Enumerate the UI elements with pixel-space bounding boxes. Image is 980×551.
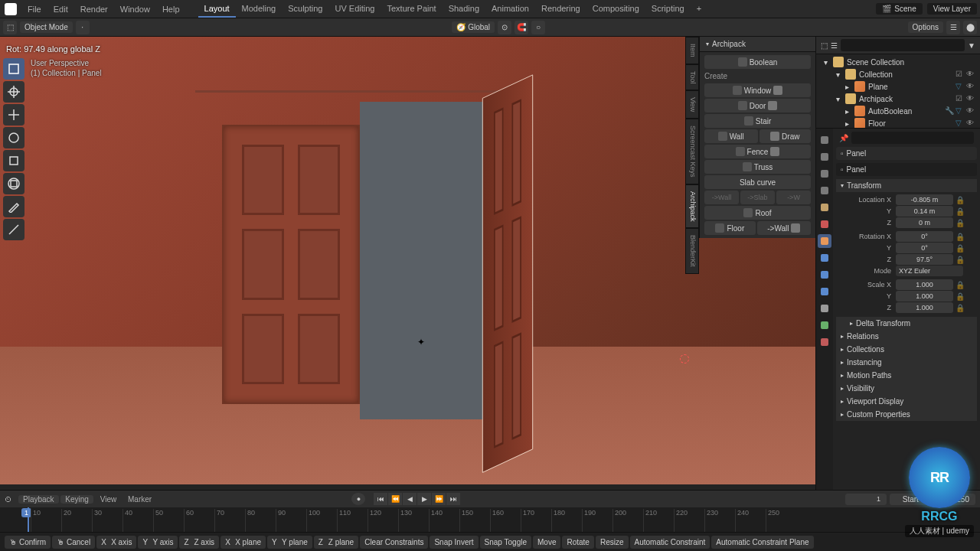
ptab-object[interactable]: [818, 234, 831, 248]
timeline-view[interactable]: View: [96, 495, 122, 504]
options-dropdown[interactable]: Options: [908, 21, 943, 33]
tab-rendering[interactable]: Rendering: [535, 1, 586, 18]
keyframe-dot[interactable]: [966, 233, 974, 240]
lock-icon[interactable]: 🔒: [956, 281, 963, 289]
play-btn[interactable]: ▶: [417, 493, 431, 505]
tab-shading[interactable]: Shading: [443, 1, 485, 18]
current-frame-field[interactable]: 1: [845, 494, 887, 505]
properties-search[interactable]: [851, 132, 974, 144]
ptab-material[interactable]: [818, 335, 831, 349]
archipack-slab-curve-btn[interactable]: Slab curve: [704, 175, 811, 189]
scale-x-field[interactable]: 1.000: [896, 279, 953, 290]
lock-icon[interactable]: 🔒: [956, 219, 963, 227]
eye-icon[interactable]: 👁: [966, 94, 975, 103]
lock-icon[interactable]: 🔒: [956, 244, 963, 252]
rotation-z-field[interactable]: 97.5°: [896, 254, 953, 265]
outliner-autoboolean[interactable]: ▸AutoBoolean🔧▽👁: [816, 105, 980, 117]
tool-measure[interactable]: [3, 219, 24, 240]
location-y-field[interactable]: 0.14 m: [896, 206, 953, 217]
location-z-field[interactable]: 0 m: [896, 217, 953, 228]
display-mode-icon[interactable]: ☰: [831, 41, 838, 50]
tool-transform[interactable]: [3, 173, 24, 194]
sec-delta[interactable]: Delta Transform: [836, 317, 977, 330]
archipack-roof-btn[interactable]: Roof: [704, 206, 811, 220]
props-breadcrumb[interactable]: ▫Panel: [836, 147, 977, 160]
vtab-archipack[interactable]: Archipack: [685, 184, 699, 229]
vtab-tool[interactable]: Tool: [685, 64, 699, 91]
outliner-search[interactable]: [841, 39, 965, 51]
rotation-mode-dropdown[interactable]: XYZ Euler: [896, 266, 963, 276]
menu-edit[interactable]: Edit: [47, 2, 74, 17]
keyframe-dot[interactable]: [966, 281, 974, 289]
editor-dropdown[interactable]: ⬚: [3, 21, 17, 34]
eye-icon[interactable]: 👁: [966, 70, 975, 79]
tool-select-box[interactable]: [3, 58, 24, 80]
pivot-point[interactable]: ⊙: [498, 21, 511, 34]
mesh-data-icon[interactable]: ▽: [956, 106, 965, 116]
keyframe-next-btn[interactable]: ⏩: [432, 493, 446, 505]
archipack-fence-btn[interactable]: Fence: [704, 145, 811, 158]
archipack-header[interactable]: Archipack: [700, 37, 815, 52]
location-x-field[interactable]: -0.805 m: [896, 194, 953, 205]
sec-collections[interactable]: Collections: [836, 343, 977, 356]
timeline-editor-switch[interactable]: ⏲: [5, 495, 12, 504]
ptab-scene[interactable]: [818, 201, 831, 214]
keying-dropdown[interactable]: Keying: [60, 495, 93, 504]
lock-icon[interactable]: 🔒: [956, 233, 963, 240]
outliner-archipack[interactable]: ▾Archipack☑👁: [816, 93, 980, 105]
ptab-particles[interactable]: [818, 268, 831, 282]
archipack-truss-btn[interactable]: Truss: [704, 160, 811, 174]
ptab-physics[interactable]: [818, 285, 831, 298]
orientation-global[interactable]: 🧭Global: [452, 21, 495, 33]
tab-animation[interactable]: Animation: [485, 1, 535, 18]
timeline-marker[interactable]: Marker: [123, 495, 156, 504]
filter-icon[interactable]: ▼: [968, 41, 975, 50]
scale-y-field[interactable]: 1.000: [896, 291, 953, 302]
play-reverse-btn[interactable]: ◀: [403, 493, 416, 505]
outliner-scene-collection[interactable]: ▾Scene Collection: [816, 56, 980, 68]
restrict-viewport-icon[interactable]: ☑: [956, 70, 965, 79]
tab-uv[interactable]: UV Editing: [328, 1, 381, 18]
jump-end-btn[interactable]: ⏭: [446, 493, 460, 505]
outliner-floor[interactable]: ▸Floor▽👁: [816, 117, 980, 129]
menu-help[interactable]: Help: [156, 2, 186, 17]
tab-scripting[interactable]: Scripting: [645, 1, 691, 18]
mesh-data-icon[interactable]: ▽: [956, 82, 965, 91]
mesh-data-icon[interactable]: ▽: [956, 119, 965, 128]
ptab-world[interactable]: [818, 217, 831, 231]
ptab-output[interactable]: [818, 167, 831, 181]
tab-layout[interactable]: Layout: [198, 1, 236, 18]
lock-icon[interactable]: 🔒: [956, 304, 963, 311]
outliner-collection[interactable]: ▾Collection☑👁: [816, 68, 980, 80]
keyframe-prev-btn[interactable]: ⏪: [388, 493, 402, 505]
proportional-edit[interactable]: ○: [531, 21, 545, 34]
archipack-boolean-btn[interactable]: Boolean: [704, 55, 811, 69]
tool-rotate[interactable]: [3, 127, 24, 148]
sec-custom[interactable]: Custom Properties: [836, 408, 977, 421]
restrict-viewport-icon[interactable]: ☑: [956, 94, 965, 103]
ptab-viewlayer[interactable]: [818, 184, 831, 197]
archipack-draw-btn[interactable]: Draw: [760, 129, 812, 143]
editor-switch-icon[interactable]: ⬚: [821, 41, 828, 50]
keyframe-dot[interactable]: [966, 292, 974, 300]
rotation-x-field[interactable]: 0°: [896, 231, 953, 242]
eye-icon[interactable]: 👁: [966, 119, 975, 128]
eye-icon[interactable]: 👁: [966, 82, 975, 91]
ptab-modifiers[interactable]: [818, 251, 831, 265]
lock-icon[interactable]: 🔒: [956, 256, 963, 263]
menu-render[interactable]: Render: [74, 2, 114, 17]
outliner-plane[interactable]: ▸Plane▽👁: [816, 80, 980, 93]
pin-icon[interactable]: 📌: [839, 134, 848, 142]
ptab-constraints[interactable]: [818, 302, 831, 315]
vtab-item[interactable]: Item: [685, 37, 699, 64]
archipack-stair-btn[interactable]: Stair: [704, 114, 811, 128]
keyframe-dot[interactable]: [966, 196, 974, 204]
shading-dropdown[interactable]: ⬤: [963, 21, 977, 34]
tool-move[interactable]: [3, 104, 24, 126]
archipack-wall-btn[interactable]: Wall: [704, 129, 758, 143]
keyframe-dot[interactable]: [966, 304, 974, 311]
tab-compositing[interactable]: Compositing: [586, 1, 645, 18]
keyframe-dot[interactable]: [966, 219, 974, 227]
vtab-screencast[interactable]: Screencast Keys: [685, 119, 699, 184]
tab-modeling[interactable]: Modeling: [236, 1, 283, 18]
